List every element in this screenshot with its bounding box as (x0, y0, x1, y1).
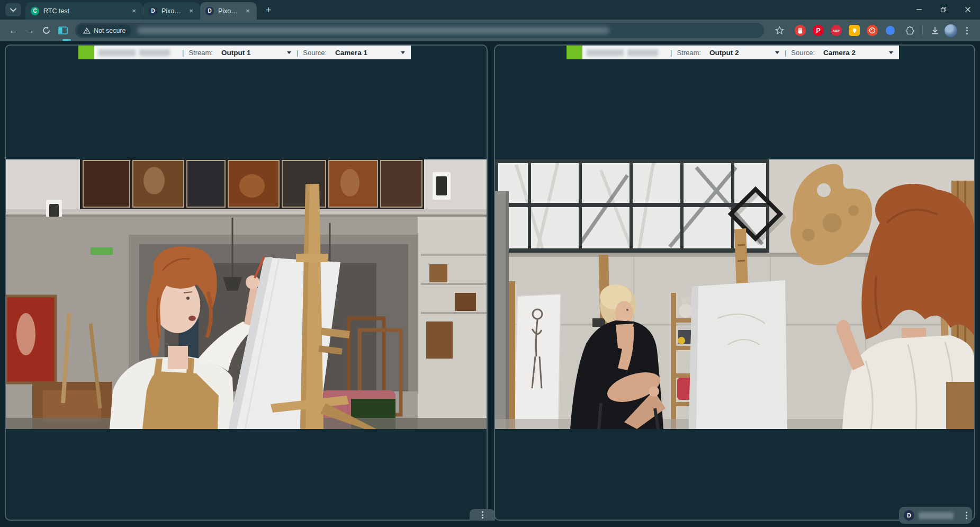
extension-icon-adblock-plus[interactable]: ABP (831, 25, 842, 36)
separator: | (182, 49, 184, 57)
restore-button[interactable] (931, 0, 956, 19)
stream-value: Output 1 (221, 49, 251, 57)
rtc-test-favicon: C (31, 7, 39, 15)
extensions-row: P ABP (795, 25, 896, 36)
tabs-container: C RTC test × D Pixotope × D Pixotope × + (25, 0, 275, 20)
stream-id-redacted (98, 49, 177, 56)
security-chip[interactable]: Not secure (77, 24, 131, 37)
close-tab-icon[interactable]: × (187, 7, 195, 15)
video-frame-right (495, 159, 974, 429)
close-tab-icon[interactable]: × (244, 7, 252, 15)
separator: | (296, 49, 298, 57)
pixotope-logo: D (904, 510, 914, 521)
download-icon (930, 26, 940, 35)
video-stream-2 (495, 159, 974, 429)
tab-rtc-test[interactable]: C RTC test × (25, 2, 143, 20)
toolbar-divider (922, 25, 923, 36)
source-select[interactable]: Camera 1 (335, 49, 405, 57)
source-label: Source: (791, 49, 815, 57)
minimize-icon (916, 6, 922, 13)
reload-button[interactable] (38, 22, 55, 39)
pixotope-favicon: D (149, 7, 157, 15)
tab-search-button[interactable] (5, 3, 21, 16)
separator: | (670, 49, 672, 57)
stream-panel-2: | Stream: Output 2 | Source: Camera 2 (494, 44, 975, 521)
badge-label-redacted (919, 512, 954, 519)
badge-menu-button[interactable] (966, 512, 967, 519)
chevron-down-icon (287, 51, 291, 54)
source-value: Camera 1 (335, 49, 367, 57)
stream-select[interactable]: Output 1 (221, 49, 291, 57)
kebab-menu-icon (482, 511, 483, 519)
tab-strip: C RTC test × D Pixotope × D Pixotope × + (0, 0, 980, 20)
tab-title: RTC test (43, 7, 125, 15)
tab-title: Pixotope (218, 7, 239, 15)
minimize-button[interactable] (907, 0, 931, 19)
browser-window: C RTC test × D Pixotope × D Pixotope × + (0, 0, 980, 41)
stream-label: Stream: (677, 49, 701, 57)
chevron-down-icon (889, 51, 893, 54)
tab-title: Pixotope (161, 7, 183, 15)
avatar (945, 24, 957, 37)
panel-menu-notch[interactable] (470, 509, 495, 521)
star-icon (775, 26, 784, 35)
security-chip-label: Not secure (94, 27, 125, 34)
source-label: Source: (303, 49, 327, 57)
profile-avatar[interactable] (943, 23, 959, 39)
forward-button[interactable]: → (22, 22, 38, 39)
stream-label: Stream: (188, 49, 213, 57)
chevron-down-icon (775, 51, 779, 54)
separator: | (785, 49, 786, 57)
back-button[interactable]: ← (5, 22, 22, 39)
tab-pixotope-2[interactable]: D Pixotope × (200, 2, 257, 20)
close-window-button[interactable] (956, 0, 980, 19)
chevron-down-icon (10, 8, 16, 12)
close-icon (965, 6, 971, 13)
extension-icon-blue[interactable] (886, 26, 895, 35)
stream-panel-1: | Stream: Output 1 | Source: Camera 1 (5, 44, 488, 521)
pixotope-overlay-badge: D (899, 507, 972, 524)
side-panel-button[interactable] (55, 22, 71, 39)
window-controls (907, 0, 980, 19)
restore-icon (940, 6, 947, 13)
lightbulb-icon (851, 28, 858, 34)
bookmark-star-button[interactable] (771, 23, 787, 39)
puzzle-icon (905, 26, 915, 35)
new-tab-button[interactable]: + (262, 3, 275, 17)
close-tab-icon[interactable]: × (130, 7, 138, 15)
duck-icon (869, 27, 876, 34)
address-bar[interactable]: Not secure (75, 23, 764, 38)
tab-pixotope-1[interactable]: D Pixotope × (143, 2, 200, 20)
stream-id-redacted (587, 49, 665, 56)
url-text-redacted (138, 27, 609, 34)
hand-icon (797, 28, 803, 34)
stream-control-bar-1: | Stream: Output 1 | Source: Camera 1 (78, 46, 411, 59)
side-panel-active-indicator (62, 39, 71, 41)
source-value: Camera 2 (823, 49, 856, 57)
stream-status-indicator (78, 46, 94, 59)
extension-icon-duckduckgo[interactable] (867, 25, 878, 36)
extension-icon-content-blocker[interactable] (795, 25, 806, 36)
chevron-down-icon (401, 51, 405, 54)
kebab-menu-icon (966, 27, 968, 34)
pixotope-favicon: D (205, 7, 214, 15)
stream-status-indicator (567, 46, 582, 59)
extension-icon-pinterest[interactable]: P (813, 25, 824, 36)
side-panel-icon (58, 26, 68, 34)
extensions-menu-button[interactable] (902, 23, 918, 39)
warning-icon (83, 28, 91, 34)
page-content: | Stream: Output 1 | Source: Camera 1 (0, 41, 980, 527)
video-stream-1 (6, 159, 487, 429)
source-select[interactable]: Camera 2 (823, 49, 893, 57)
video-frame-left (6, 159, 487, 429)
stream-value: Output 2 (709, 49, 739, 57)
downloads-button[interactable] (927, 23, 943, 39)
browser-toolbar: ← → Not secure (0, 20, 980, 41)
extension-icon-google-keep[interactable] (849, 25, 860, 36)
reload-icon (42, 26, 51, 35)
stream-control-bar-2: | Stream: Output 2 | Source: Camera 2 (567, 46, 899, 59)
browser-menu-button[interactable] (959, 23, 975, 39)
stream-select[interactable]: Output 2 (709, 49, 779, 57)
